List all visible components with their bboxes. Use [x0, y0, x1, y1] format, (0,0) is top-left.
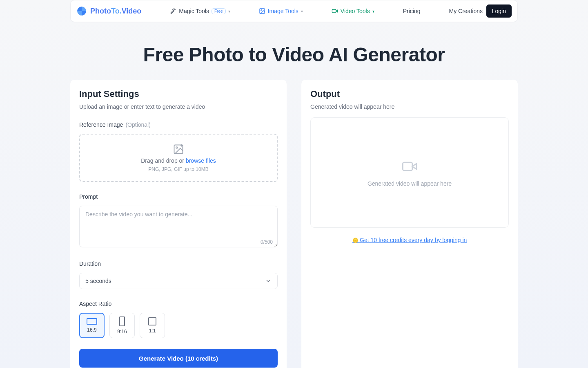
wand-icon — [170, 8, 176, 14]
dropzone-text: Drag and drop or browse files — [141, 157, 216, 164]
image-dropzone[interactable]: Drag and drop or browse files PNG, JPG, … — [79, 134, 278, 182]
aspect-shape-icon — [119, 316, 125, 326]
output-placeholder-text: Generated video will appear here — [368, 180, 452, 187]
output-placeholder-box: Generated video will appear here — [310, 117, 509, 228]
svg-point-1 — [261, 10, 262, 11]
svg-rect-5 — [403, 162, 412, 171]
video-icon — [332, 8, 338, 14]
video-icon — [401, 158, 418, 175]
chevron-down-icon: ▾ — [372, 9, 374, 13]
chevron-down-icon — [265, 278, 272, 284]
aspect-1-1[interactable]: 1:1 — [140, 313, 165, 338]
nav-pricing[interactable]: Pricing — [403, 8, 421, 14]
chevron-down-icon: ▾ — [301, 9, 303, 13]
prompt-label: Prompt — [79, 193, 278, 200]
nav-video-tools[interactable]: Video Tools ▾ — [332, 8, 374, 14]
input-settings-card: Input Settings Upload an image or enter … — [70, 80, 287, 368]
nav-item-label: My Creations — [449, 8, 482, 14]
chevron-down-icon: ▾ — [228, 9, 230, 13]
aspect-9-16[interactable]: 9:16 — [109, 313, 135, 338]
credits-login-link[interactable]: Get 10 free credits every day by logging… — [310, 237, 509, 243]
duration-value: 5 seconds — [85, 278, 111, 284]
duration-label: Duration — [79, 260, 278, 267]
input-subtitle: Upload an image or enter text to generat… — [79, 103, 278, 110]
nav-item-label: Video Tools — [341, 8, 370, 14]
aspect-ratio-label: Aspect Ratio — [79, 301, 278, 307]
prompt-counter: 0/500 — [261, 239, 273, 245]
nav-image-tools[interactable]: Image Tools ▾ — [259, 8, 303, 14]
reference-image-label: Reference Image (Optional) — [79, 121, 278, 128]
free-badge: Free — [212, 8, 226, 14]
browse-files-link[interactable]: browse files — [186, 157, 216, 164]
aspect-shape-icon — [148, 317, 156, 325]
login-button[interactable]: Login — [486, 4, 512, 18]
logo-icon — [76, 6, 87, 16]
nav-my-creations[interactable]: My Creations — [449, 8, 482, 14]
svg-rect-2 — [332, 9, 336, 13]
generate-button[interactable]: Generate Video (10 credits) — [79, 349, 278, 368]
nav-menu: Magic Tools Free ▾ Image Tools ▾ Video T… — [170, 8, 483, 14]
prompt-input[interactable] — [79, 206, 278, 247]
nav-item-label: Image Tools — [268, 8, 298, 14]
nav-item-label: Pricing — [403, 8, 421, 14]
image-icon — [259, 8, 265, 14]
output-card: Output Generated video will appear here … — [301, 80, 518, 368]
nav-magic-tools[interactable]: Magic Tools Free ▾ — [170, 8, 230, 14]
svg-point-4 — [176, 147, 178, 148]
top-nav: PhotoTo.Video Magic Tools Free ▾ Image T… — [70, 0, 518, 22]
input-heading: Input Settings — [79, 89, 278, 99]
output-subtitle: Generated video will appear here — [310, 103, 509, 110]
output-heading: Output — [310, 89, 509, 99]
duration-select[interactable]: 5 seconds — [79, 273, 278, 289]
page-title: Free Photo to Video AI Generator — [70, 43, 518, 66]
logo-text: PhotoTo.Video — [90, 7, 141, 16]
logo[interactable]: PhotoTo.Video — [76, 6, 141, 16]
nav-item-label: Magic Tools — [179, 8, 209, 14]
image-upload-icon — [173, 144, 184, 155]
aspect-16-9[interactable]: 16:9 — [79, 313, 105, 338]
aspect-shape-icon — [87, 318, 97, 325]
dropzone-hint: PNG, JPG, GIF up to 10MB — [148, 166, 208, 172]
